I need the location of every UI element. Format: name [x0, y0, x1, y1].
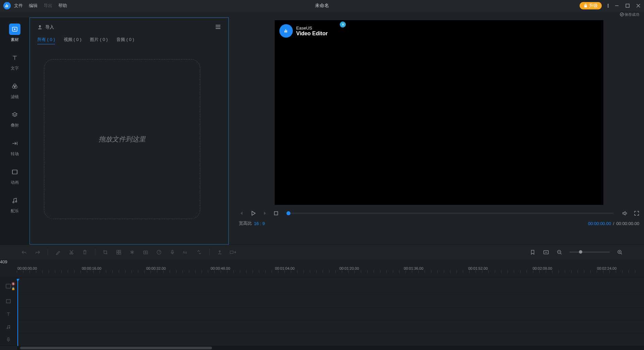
svg-rect-29	[117, 253, 118, 254]
time-current: 00:00:00.00	[588, 221, 611, 226]
delete-button[interactable]	[82, 249, 88, 256]
scrollbar-thumb[interactable]	[20, 347, 212, 349]
filter-icon	[9, 81, 20, 92]
export-button[interactable]	[230, 249, 236, 256]
track-overlay[interactable]	[0, 295, 644, 308]
menu-edit[interactable]: 编辑	[29, 3, 38, 9]
nav-overlay[interactable]: 叠附	[9, 109, 20, 128]
fit-button[interactable]	[543, 249, 549, 256]
svg-line-42	[621, 253, 622, 254]
menu-file[interactable]: 文件	[14, 3, 23, 9]
zoom-thumb[interactable]	[579, 250, 582, 254]
watermark-product: Video Editor	[296, 31, 328, 37]
nav-text[interactable]: 文字	[9, 52, 20, 71]
dropzone-label: 拖放文件到这里	[99, 135, 146, 144]
view-list-icon[interactable]	[215, 25, 221, 30]
playhead[interactable]	[17, 279, 18, 350]
zoom-in-button[interactable]	[616, 249, 623, 256]
track-video-main[interactable]: 🔇🔒	[0, 277, 644, 295]
menu-export: 导出	[44, 3, 52, 9]
tab-audio[interactable]: 音频 ( 0 )	[116, 37, 134, 44]
svg-point-20	[15, 201, 17, 202]
zoom-slider[interactable]	[570, 252, 610, 253]
redo-button[interactable]	[34, 249, 41, 256]
ruler-mark: 00:00:32.00	[146, 266, 166, 270]
nav-music[interactable]: 配乐	[9, 195, 20, 214]
stop-button[interactable]	[274, 211, 278, 216]
media-tabs: 所有 ( 0 ) 视频 ( 0 ) 图片 ( 0 ) 音频 ( 0 )	[37, 37, 221, 44]
nav-transition[interactable]: 转场	[9, 138, 20, 157]
track-head-voiceover[interactable]	[0, 333, 17, 346]
more-icon[interactable]	[606, 3, 610, 8]
next-frame-button[interactable]	[262, 211, 268, 216]
tab-video[interactable]: 视频 ( 0 )	[64, 37, 82, 44]
svg-point-47	[7, 327, 8, 329]
timeline-scrollbar[interactable]	[17, 346, 644, 350]
menu-help[interactable]: 帮助	[58, 3, 67, 9]
nav-media[interactable]: 素材	[9, 24, 20, 43]
volume-button[interactable]	[622, 210, 628, 216]
ruler-mark: 00:01:20.00	[339, 266, 359, 270]
tab-image[interactable]: 图片 ( 0 )	[90, 37, 108, 44]
watermark-close-button[interactable]: ✕	[340, 21, 346, 28]
svg-point-2	[608, 5, 608, 6]
playback-progress[interactable]	[286, 213, 614, 214]
timeline-toolbar: Aa	[0, 245, 644, 259]
svg-rect-45	[6, 284, 11, 288]
freeze-button[interactable]	[129, 249, 136, 256]
upload-button[interactable]	[216, 249, 223, 256]
timeline-ruler[interactable]: 00:00:00.00 00:00:16.00 00:00:32.00 00:0…	[0, 264, 644, 277]
animation-icon	[9, 166, 20, 178]
marker-button[interactable]	[529, 249, 536, 256]
transform-button[interactable]	[196, 249, 203, 256]
preview-panel: EaseUS Video Editor ✕ 宽高比 16 : 9 00:00:0…	[229, 17, 644, 245]
mosaic-button[interactable]	[115, 249, 122, 256]
main-menu: 文件 编辑 导出 帮助	[14, 3, 67, 9]
import-button[interactable]: 导入	[37, 24, 54, 30]
aspect-value[interactable]: 16 : 9	[254, 221, 265, 226]
import-label: 导入	[45, 24, 54, 30]
music-icon	[9, 195, 20, 206]
svg-point-19	[13, 202, 14, 203]
svg-text:Aa: Aa	[183, 251, 187, 254]
tab-all[interactable]: 所有 ( 0 )	[37, 37, 55, 44]
mute-icon[interactable]: 🔇	[11, 282, 15, 286]
svg-point-48	[9, 327, 10, 328]
prev-frame-button[interactable]	[239, 211, 244, 216]
nav-filter[interactable]: 滤镜	[9, 81, 20, 100]
maximize-button[interactable]	[625, 3, 630, 8]
dropzone[interactable]: 拖放文件到这里	[44, 59, 200, 219]
track-audio[interactable]	[0, 320, 644, 333]
track-head-text[interactable]	[0, 308, 17, 320]
subtitle-button[interactable]: Aa	[182, 249, 189, 256]
track-head-audio[interactable]	[0, 320, 17, 333]
close-button[interactable]	[636, 3, 641, 8]
lock-icon[interactable]: 🔒	[11, 287, 15, 290]
track-text[interactable]	[0, 308, 644, 320]
crop-button[interactable]	[102, 249, 109, 256]
minimize-button[interactable]	[614, 3, 619, 8]
undo-button[interactable]	[21, 249, 28, 256]
upgrade-button[interactable]: 升级	[580, 2, 602, 9]
nav-transition-label: 转场	[11, 151, 19, 157]
time-separator: /	[613, 221, 614, 226]
edit-button[interactable]	[55, 249, 61, 256]
overlay-track-icon	[6, 299, 11, 304]
fullscreen-button[interactable]	[634, 211, 639, 216]
tracks: 🔇🔒	[0, 277, 644, 346]
voiceover-button[interactable]	[169, 249, 176, 256]
nav-animation[interactable]: 动画	[9, 166, 20, 185]
progress-thumb[interactable]	[286, 211, 290, 215]
snapshot-button[interactable]	[142, 249, 149, 256]
ruler-ticks	[17, 270, 639, 273]
svg-rect-36	[230, 251, 233, 253]
play-button[interactable]	[250, 210, 256, 216]
track-voiceover[interactable]	[0, 333, 644, 346]
mic-track-icon	[6, 337, 10, 342]
track-head-video[interactable]: 🔇🔒	[0, 277, 17, 295]
zoom-out-button[interactable]	[556, 249, 563, 256]
speed-button[interactable]	[156, 249, 162, 256]
media-icon	[9, 24, 20, 35]
track-head-overlay[interactable]	[0, 295, 17, 307]
cut-button[interactable]	[68, 249, 75, 256]
